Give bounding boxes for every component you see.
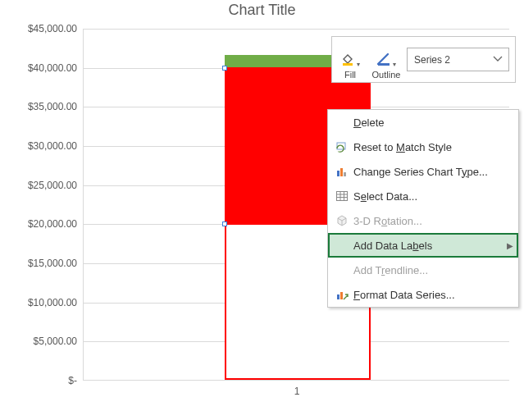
menu-item-reset-style[interactable]: Reset to Match Style bbox=[328, 135, 518, 159]
y-tick-label: $10,000.00 bbox=[3, 297, 77, 308]
menu-item-label: Add Trendline... bbox=[351, 264, 518, 276]
y-tick-label: $45,000.00 bbox=[3, 23, 77, 34]
submenu-arrow-icon: ▶ bbox=[507, 241, 513, 250]
menu-item-delete[interactable]: Delete bbox=[328, 110, 518, 135]
outline-button[interactable]: ▾ Outline bbox=[368, 37, 404, 82]
menu-item-label: Select Data... bbox=[351, 190, 518, 203]
menu-item-label: Delete bbox=[351, 116, 518, 129]
series-selector-value: Series 2 bbox=[414, 54, 450, 66]
menu-item-label: Add Data Labels bbox=[351, 240, 518, 252]
menu-item-label: Reset to Match Style bbox=[351, 141, 518, 153]
y-tick-label: $25,000.00 bbox=[3, 180, 77, 191]
svg-rect-5 bbox=[344, 172, 346, 176]
chart-title[interactable]: Chart Title bbox=[0, 2, 524, 19]
y-tick-label: $35,000.00 bbox=[3, 101, 77, 112]
format-series-icon bbox=[333, 288, 351, 301]
menu-item-add-data-labels[interactable]: Add Data Labels ▶ bbox=[328, 233, 518, 258]
outline-label: Outline bbox=[372, 70, 401, 80]
menu-item-3d-rotation: 3-D Rotation... bbox=[328, 208, 518, 233]
y-tick-label: $20,000.00 bbox=[3, 218, 77, 230]
svg-rect-4 bbox=[340, 168, 343, 176]
reset-style-icon bbox=[333, 140, 351, 153]
chevron-down-icon bbox=[492, 54, 503, 66]
menu-item-label: Format Data Series... bbox=[351, 289, 518, 301]
pen-icon bbox=[376, 52, 391, 68]
menu-item-select-data[interactable]: Select Data... bbox=[328, 184, 518, 208]
select-data-icon bbox=[333, 189, 351, 203]
svg-rect-6 bbox=[337, 192, 348, 201]
menu-item-add-trendline: Add Trendline... bbox=[328, 258, 518, 282]
svg-rect-0 bbox=[343, 63, 353, 66]
menu-item-change-chart-type[interactable]: Change Series Chart Type... bbox=[328, 159, 518, 184]
series-selector[interactable]: Series 2 bbox=[407, 48, 509, 71]
cube-icon bbox=[333, 214, 351, 227]
menu-item-label: Change Series Chart Type... bbox=[351, 166, 518, 178]
svg-rect-3 bbox=[337, 171, 339, 176]
y-tick-label: $40,000.00 bbox=[3, 62, 77, 74]
paint-bucket-icon bbox=[340, 52, 355, 68]
svg-rect-11 bbox=[337, 294, 339, 299]
menu-item-format-data-series[interactable]: Format Data Series... bbox=[328, 282, 518, 307]
svg-rect-1 bbox=[378, 63, 390, 66]
y-tick-label: $5,000.00 bbox=[3, 336, 77, 347]
chart-type-icon bbox=[333, 165, 351, 178]
svg-rect-12 bbox=[340, 292, 343, 299]
menu-item-label: 3-D Rotation... bbox=[351, 215, 518, 227]
mini-toolbar: ▾ Fill ▾ Outline Series 2 bbox=[331, 36, 516, 83]
y-tick-label: $30,000.00 bbox=[3, 140, 77, 152]
x-tick-label: 1 bbox=[289, 386, 305, 397]
y-tick-label: $15,000.00 bbox=[3, 258, 77, 269]
y-tick-label: $- bbox=[3, 375, 77, 386]
fill-label: Fill bbox=[344, 70, 356, 80]
selection-handle[interactable] bbox=[222, 66, 227, 71]
fill-button[interactable]: ▾ Fill bbox=[332, 37, 368, 82]
chevron-down-icon: ▾ bbox=[393, 61, 396, 68]
chevron-down-icon: ▾ bbox=[357, 61, 360, 68]
gridline bbox=[84, 29, 509, 30]
selection-handle[interactable] bbox=[222, 221, 227, 226]
context-menu: Delete Reset to Match Style Change Serie… bbox=[327, 109, 519, 308]
